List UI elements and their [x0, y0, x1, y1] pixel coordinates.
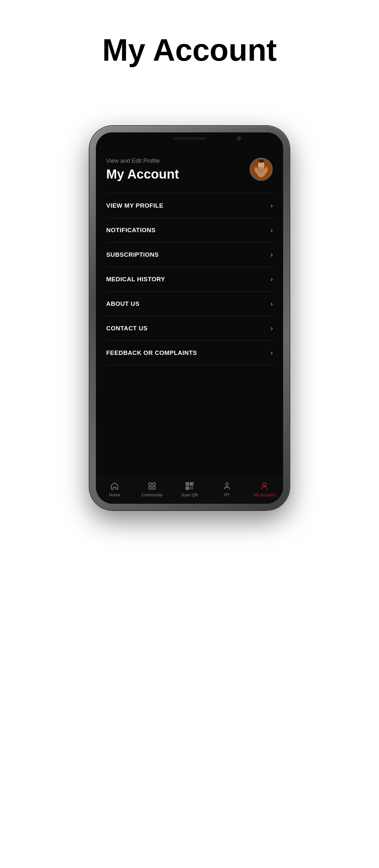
my-account-icon [259, 481, 270, 491]
chevron-right-icon: › [271, 226, 273, 234]
community-icon [147, 481, 157, 491]
svg-rect-21 [190, 488, 191, 489]
scan-qr-icon [184, 481, 195, 491]
bottom-nav: Home Community [96, 476, 283, 504]
menu-item-view-profile[interactable]: VIEW MY PROFILE › [106, 193, 273, 218]
svg-rect-20 [192, 487, 193, 488]
chevron-right-icon: › [271, 251, 273, 258]
menu-item-label: VIEW MY PROFILE [106, 202, 163, 209]
nav-label-home: Home [109, 492, 120, 497]
svg-rect-17 [191, 483, 192, 485]
nav-label-my-account: My Account [253, 492, 275, 497]
pt-icon [222, 481, 232, 491]
menu-item-notifications[interactable]: NOTIFICATIONS › [106, 218, 273, 243]
svg-point-8 [261, 169, 264, 173]
menu-item-label: SUBSCRIPTIONS [106, 251, 159, 258]
svg-point-6 [258, 159, 264, 163]
nav-item-pt[interactable]: PT [214, 481, 240, 497]
menu-item-subscriptions[interactable]: SUBSCRIPTIONS › [106, 243, 273, 267]
nav-label-pt: PT [224, 492, 230, 497]
header-text-group: View and Edit Profile My Account [106, 158, 179, 182]
svg-rect-19 [190, 487, 191, 488]
chevron-right-icon: › [271, 349, 273, 356]
svg-rect-12 [153, 487, 155, 489]
phone-notch [96, 132, 283, 149]
svg-rect-22 [192, 488, 193, 489]
svg-point-7 [258, 169, 261, 173]
chevron-right-icon: › [271, 300, 273, 307]
menu-item-label: ABOUT US [106, 300, 139, 307]
menu-list: VIEW MY PROFILE › NOTIFICATIONS › SUBSCR… [96, 187, 283, 476]
screen-header: View and Edit Profile My Account [96, 149, 283, 187]
menu-item-label: FEEDBACK OR COMPLAINTS [106, 349, 197, 356]
svg-rect-11 [149, 487, 151, 489]
menu-item-about-us[interactable]: ABOUT US › [106, 291, 273, 316]
chevron-right-icon: › [271, 202, 273, 209]
menu-item-label: CONTACT US [106, 325, 148, 332]
phone-shell: View and Edit Profile My Account [89, 126, 290, 510]
svg-rect-10 [153, 483, 155, 485]
chevron-right-icon: › [271, 275, 273, 283]
svg-point-24 [263, 483, 266, 486]
svg-rect-16 [187, 483, 188, 485]
chevron-right-icon: › [271, 324, 273, 332]
phone-camera [236, 136, 241, 141]
header-title: My Account [106, 167, 179, 182]
svg-rect-9 [149, 483, 151, 485]
nav-label-scan-qr: Scan QR [181, 492, 198, 497]
phone-mockup: View and Edit Profile My Account [89, 126, 290, 510]
menu-item-label: MEDICAL HISTORY [106, 276, 165, 283]
menu-item-feedback[interactable]: FEEDBACK OR COMPLAINTS › [106, 341, 273, 365]
nav-item-scan-qr[interactable]: Scan QR [177, 481, 202, 497]
nav-item-my-account[interactable]: My Account [251, 481, 277, 497]
home-icon [109, 481, 120, 491]
menu-item-medical-history[interactable]: MEDICAL HISTORY › [106, 267, 273, 291]
phone-screen: View and Edit Profile My Account [96, 149, 283, 504]
nav-item-home[interactable]: Home [102, 481, 128, 497]
nav-label-community: Community [141, 492, 163, 497]
svg-point-23 [226, 483, 228, 485]
phone-speaker [173, 137, 206, 140]
menu-item-label: NOTIFICATIONS [106, 227, 156, 234]
svg-rect-18 [187, 487, 188, 489]
menu-item-contact-us[interactable]: CONTACT US › [106, 316, 273, 341]
header-subtitle: View and Edit Profile [106, 158, 179, 164]
nav-item-community[interactable]: Community [139, 481, 165, 497]
avatar[interactable] [250, 158, 273, 181]
page-title: My Account [102, 32, 277, 68]
